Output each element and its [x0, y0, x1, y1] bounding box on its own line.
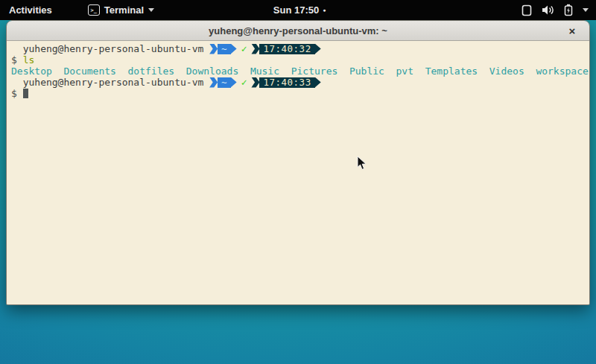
directory-name: Music: [250, 66, 279, 77]
display-icon: [522, 4, 532, 16]
window-titlebar[interactable]: yuheng@henry-personal-ubuntu-vm: ~ ×: [7, 21, 589, 41]
check-icon: ✓: [241, 77, 247, 88]
close-icon: ×: [569, 25, 576, 36]
directory-name: Videos: [489, 66, 524, 77]
directory-name: Downloads: [186, 66, 238, 77]
powerline-arrow-icon: [209, 44, 218, 54]
prompt-time-segment: 17:40:32: [259, 44, 314, 54]
check-icon: ✓: [241, 43, 247, 54]
powerline-arrow-icon: [251, 44, 259, 54]
prompt-time-segment: 17:40:33: [259, 77, 314, 88]
volume-icon: [542, 4, 554, 16]
app-menu-caret-icon: [148, 8, 154, 12]
topbar-left-section: Activities >_ Terminal: [0, 0, 160, 20]
powerline-arrow-icon: [231, 44, 237, 54]
prompt-user-host: yuheng@henry-personal-ubuntu-vm: [11, 43, 209, 54]
powerline-arrow-icon: [209, 77, 218, 88]
activities-label: Activities: [9, 4, 52, 16]
terminal-screen[interactable]: yuheng@henry-personal-ubuntu-vm ~ ✓ 17:4…: [7, 41, 589, 304]
app-menu-button[interactable]: >_ Terminal: [82, 0, 160, 20]
prompt-line-2: yuheng@henry-personal-ubuntu-vm ~ ✓ 17:4…: [11, 77, 588, 88]
clock-label: Sun 17:50: [273, 4, 319, 16]
prompt-user-host: yuheng@henry-personal-ubuntu-vm: [11, 77, 209, 88]
prompt-line-1: yuheng@henry-personal-ubuntu-vm ~ ✓ 17:4…: [11, 43, 588, 54]
directory-name: dotfiles: [128, 66, 175, 77]
system-status-area[interactable]: [519, 0, 592, 20]
directory-name: Templates: [425, 66, 478, 77]
system-menu-caret-icon: [583, 8, 589, 12]
typed-command: ls: [23, 54, 35, 66]
battery-charging-icon: [564, 4, 573, 16]
terminal-app-icon: >_: [88, 4, 100, 16]
close-button[interactable]: ×: [565, 24, 579, 37]
top-bar: Activities >_ Terminal Sun 17:50 ●: [0, 0, 596, 20]
current-prompt-line: $: [11, 88, 588, 99]
window-title: yuheng@henry-personal-ubuntu-vm: ~: [209, 25, 387, 36]
ls-output-line: Desktop Documents dotfiles Downloads Mus…: [11, 66, 588, 77]
directory-name: Documents: [63, 66, 115, 77]
prompt-cwd-segment: ~: [218, 77, 231, 88]
command-line: $ ls: [11, 54, 588, 66]
prompt-cwd-segment: ~: [218, 44, 231, 54]
directory-name: Public: [349, 66, 384, 77]
activities-button[interactable]: Activities: [0, 0, 61, 20]
powerline-arrow-icon: [231, 77, 237, 88]
powerline-arrow-icon: [315, 77, 321, 88]
directory-name: Desktop: [11, 66, 52, 77]
terminal-window: yuheng@henry-personal-ubuntu-vm: ~ × yuh…: [6, 20, 590, 305]
prompt-symbol: $: [11, 54, 23, 66]
directory-name: pvt: [396, 66, 413, 77]
notification-dot-icon: ●: [323, 7, 326, 13]
directory-name: Pictures: [291, 66, 338, 77]
app-menu-label: Terminal: [104, 4, 144, 16]
clock-button[interactable]: Sun 17:50 ●: [273, 0, 326, 20]
powerline-arrow-icon: [315, 44, 321, 54]
powerline-arrow-icon: [251, 77, 259, 88]
directory-name: workspace: [536, 66, 588, 77]
text-cursor: [23, 89, 28, 98]
prompt-symbol: $: [11, 88, 23, 99]
